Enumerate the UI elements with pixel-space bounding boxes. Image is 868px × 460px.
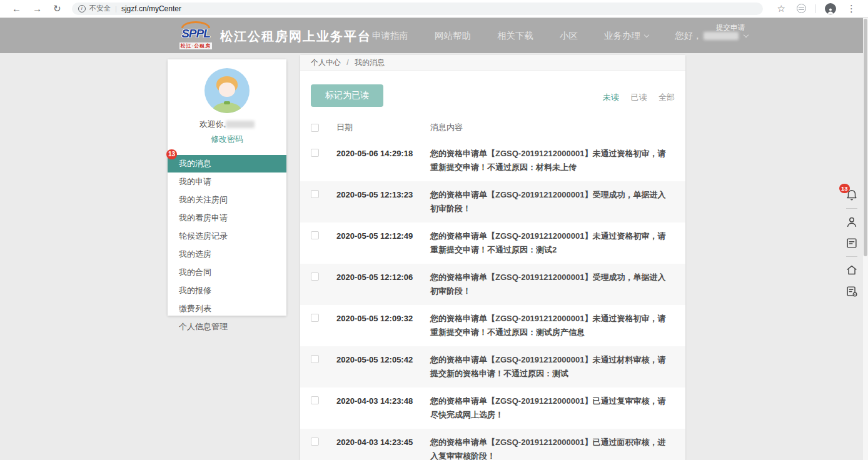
row-checkbox[interactable] <box>311 355 319 363</box>
floating-toolbar: 13 <box>840 184 863 302</box>
sidebar: 欢迎你, 修改密码 13 我的消息 我的申请 我的关注房间 我的看房申请 轮候选… <box>168 59 286 316</box>
table-row: 2020-04-03 14:23:48 您的资格申请单【ZGSQ-2019121… <box>300 388 685 429</box>
home-icon[interactable] <box>845 263 859 277</box>
message-date: 2020-05-05 12:12:06 <box>336 271 430 284</box>
logo-subtext: 松江·公租房 <box>179 42 213 49</box>
change-password-link[interactable]: 修改密码 <box>168 134 286 145</box>
tab-read[interactable]: 已读 <box>630 92 647 102</box>
nav-community[interactable]: 小区 <box>560 30 578 42</box>
chevron-down-icon <box>743 32 748 37</box>
toolbar-divider <box>846 256 857 257</box>
main-content: 个人中心 / 我的消息 标记为已读 未读 已读 全部 日期 消息内容 2020-… <box>300 55 685 460</box>
nav-downloads[interactable]: 相关下载 <box>497 30 533 42</box>
back-icon[interactable]: ← <box>12 3 21 14</box>
main-nav: 申请指南 网站帮助 相关下载 小区 业务办理 您好， <box>372 18 774 53</box>
messages-table: 日期 消息内容 2020-05-06 14:29:18 您的资格申请单【ZGSQ… <box>300 111 685 460</box>
breadcrumb-root[interactable]: 个人中心 <box>311 58 341 67</box>
message-content: 您的资格申请单【ZGSQ-20191212000001】未通过资格初审，请重新提… <box>430 312 675 339</box>
sidebar-item-payment-list[interactable]: 缴费列表 <box>168 300 286 318</box>
sidebar-item-personal-info[interactable]: 个人信息管理 <box>168 318 286 336</box>
unread-count-badge: 13 <box>166 149 177 159</box>
nav-guide[interactable]: 申请指南 <box>372 30 408 42</box>
nav-site-help[interactable]: 网站帮助 <box>435 30 471 42</box>
address-divider: | <box>115 5 117 12</box>
content-column-header: 消息内容 <box>430 122 675 132</box>
notifications-bell-icon[interactable]: 13 <box>845 188 859 202</box>
chrome-divider <box>815 4 816 13</box>
row-checkbox[interactable] <box>311 149 319 157</box>
message-date: 2020-04-03 14:23:45 <box>336 436 430 449</box>
sidebar-menu: 13 我的消息 我的申请 我的关注房间 我的看房申请 轮候选房记录 我的选房 我… <box>168 155 286 336</box>
row-checkbox[interactable] <box>311 396 319 404</box>
browser-profile-icon[interactable] <box>825 3 836 14</box>
scrollbar-thumb[interactable] <box>864 19 867 256</box>
sidebar-item-followed-rooms[interactable]: 我的关注房间 <box>168 191 286 209</box>
table-row: 2020-05-05 12:12:49 您的资格申请单【ZGSQ-2019121… <box>300 222 685 264</box>
sidebar-item-my-contracts[interactable]: 我的合同 <box>168 264 286 281</box>
table-row: 2020-05-05 12:05:42 您的资格申请单【ZGSQ-2019121… <box>300 346 685 388</box>
profile-icon[interactable] <box>845 215 859 229</box>
bell-count-badge: 13 <box>839 184 850 193</box>
table-row: 2020-05-05 12:13:23 您的资格申请单【ZGSQ-2019121… <box>300 181 685 222</box>
message-content: 您的资格申请单【ZGSQ-20191212000001】已通过面积审核，进入复审… <box>430 436 675 460</box>
site-logo[interactable]: SPPL 松江·公租房 <box>174 21 218 50</box>
chrome-menu-icon[interactable]: ⋮ <box>847 3 856 14</box>
row-checkbox[interactable] <box>311 231 319 239</box>
reload-icon[interactable]: ↻ <box>53 3 61 14</box>
tab-all[interactable]: 全部 <box>659 92 675 102</box>
address-bar[interactable]: i 不安全 | sjgzf.cn/myCenter <box>72 2 763 15</box>
sidebar-item-my-selection[interactable]: 我的选房 <box>168 246 286 263</box>
nav-business-dropdown[interactable]: 业务办理 <box>604 30 648 42</box>
row-checkbox[interactable] <box>311 438 319 446</box>
browser-chrome: ← → ↻ i 不安全 | sjgzf.cn/myCenter ☆ ⋮ <box>0 0 868 18</box>
avatar-bow <box>224 101 230 104</box>
security-label: 不安全 <box>89 4 111 13</box>
site-title: 松江公租房网上业务平台 <box>220 28 371 45</box>
welcome-text: 欢迎你, <box>168 119 286 130</box>
select-all-checkbox[interactable] <box>311 124 319 132</box>
sidebar-item-label: 我的消息 <box>179 159 211 168</box>
chevron-down-icon <box>644 32 649 37</box>
submit-application-link[interactable]: 提交申请 <box>716 23 745 32</box>
message-date: 2020-04-03 14:23:48 <box>336 394 430 408</box>
sidebar-item-viewing-applications[interactable]: 我的看房申请 <box>168 209 286 227</box>
user-name-redacted <box>226 121 255 128</box>
mark-as-read-button[interactable]: 标记为已读 <box>311 84 383 107</box>
avatar <box>204 68 250 113</box>
sidebar-item-my-applications[interactable]: 我的申请 <box>168 173 286 191</box>
breadcrumb: 个人中心 / 我的消息 <box>300 55 685 71</box>
info-icon[interactable]: i <box>78 5 86 12</box>
tab-unread[interactable]: 未读 <box>603 92 619 102</box>
url-text[interactable]: sjgzf.cn/myCenter <box>121 4 181 13</box>
row-checkbox[interactable] <box>311 272 319 281</box>
sidebar-item-my-repairs[interactable]: 我的报修 <box>168 282 286 299</box>
bookmark-star-icon[interactable]: ☆ <box>777 3 785 14</box>
table-header: 日期 消息内容 <box>300 111 685 140</box>
message-content: 您的资格申请单【ZGSQ-20191212000001】未通过资格初审，请重新提… <box>430 147 675 174</box>
message-date: 2020-05-05 12:09:32 <box>336 312 430 326</box>
forward-icon[interactable]: → <box>33 3 42 14</box>
date-column-header: 日期 <box>336 122 430 132</box>
message-date: 2020-05-05 12:12:49 <box>336 229 430 243</box>
message-date: 2020-05-06 14:29:18 <box>336 147 430 161</box>
extension-icon[interactable] <box>797 4 806 13</box>
site-header: SPPL 松江·公租房 松江公租房网上业务平台 申请指南 网站帮助 相关下载 小… <box>0 18 863 53</box>
document-settings-icon[interactable] <box>845 284 859 298</box>
message-content: 您的资格申请单【ZGSQ-20191212000001】未通过资格初审，请重新提… <box>430 229 675 257</box>
document-icon[interactable] <box>845 236 859 250</box>
message-date: 2020-05-05 12:13:23 <box>336 188 430 202</box>
sidebar-item-my-messages[interactable]: 13 我的消息 <box>168 155 286 172</box>
table-row: 2020-04-03 14:23:45 您的资格申请单【ZGSQ-2019121… <box>300 429 685 460</box>
sidebar-item-waitlist-records[interactable]: 轮候选房记录 <box>168 228 286 245</box>
message-content: 您的资格申请单【ZGSQ-20191212000001】已通过复审审核，请尽快完… <box>430 394 675 422</box>
row-checkbox[interactable] <box>311 190 319 198</box>
page-scrollbar[interactable] <box>863 18 868 460</box>
breadcrumb-current: 我的消息 <box>355 58 385 67</box>
table-row: 2020-05-06 14:29:18 您的资格申请单【ZGSQ-2019121… <box>300 140 685 181</box>
message-content: 您的资格申请单【ZGSQ-20191212000001】受理成功，单据进入初审阶… <box>430 271 675 298</box>
toolbar-divider <box>846 208 857 209</box>
table-row: 2020-05-05 12:09:32 您的资格申请单【ZGSQ-2019121… <box>300 305 685 346</box>
row-checkbox[interactable] <box>311 314 319 322</box>
filter-tabs: 未读 已读 全部 <box>593 92 675 103</box>
message-content: 您的资格申请单【ZGSQ-20191212000001】受理成功，单据进入初审阶… <box>430 188 675 216</box>
